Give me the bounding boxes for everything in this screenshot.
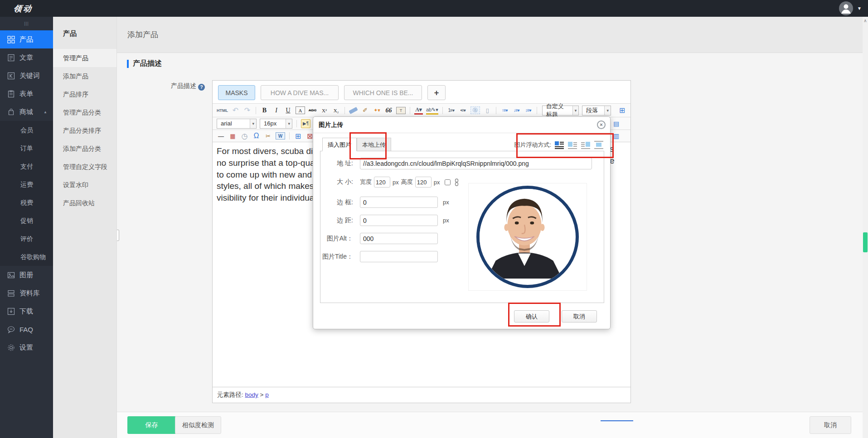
submenu-item[interactable]: 产品排序 — [53, 85, 116, 103]
float-left-icon[interactable] — [567, 140, 577, 149]
sidebar-item-faq[interactable]: FAQ — [0, 320, 53, 338]
format-brush-icon[interactable]: ✐ — [361, 106, 369, 115]
submenu-item[interactable]: 设置水印 — [53, 176, 116, 194]
anchor-icon[interactable]: ⓐ — [470, 106, 480, 114]
similarity-check-button[interactable]: 相似度检测 — [175, 416, 221, 434]
sidebar-item-forms[interactable]: 表单 — [0, 85, 53, 103]
margin-input[interactable] — [360, 215, 438, 226]
page-scrollbar[interactable]: ∧ — [863, 17, 868, 438]
picture-icon[interactable]: ▤ — [613, 120, 619, 127]
sidebar-item-articles[interactable]: 文章 — [0, 48, 53, 67]
help-icon[interactable]: ? — [198, 84, 205, 91]
source-code-icon[interactable]: HTML — [217, 106, 228, 115]
sidebar-subitem[interactable]: 运费 — [0, 175, 53, 193]
tab-local-upload[interactable]: 本地上传 — [357, 138, 391, 151]
paragraph-format-select[interactable]: 段落▾ — [582, 106, 611, 116]
blockquote-icon[interactable]: 66 — [384, 106, 393, 115]
sidebar-item-keywords[interactable]: 关键词 — [0, 67, 53, 85]
strikethrough-icon[interactable]: ABC — [308, 106, 317, 115]
float-default-icon[interactable] — [554, 140, 564, 149]
line-height-icon[interactable]: ↕≡▾ — [524, 106, 533, 115]
auto-typeset-icon[interactable]: ✦▾ — [373, 106, 381, 115]
sidebar-item-albums[interactable]: 图册 — [0, 266, 53, 284]
bold-icon[interactable]: B — [260, 106, 269, 115]
float-center-icon[interactable] — [594, 140, 604, 149]
submenu-item[interactable]: 管理自定义字段 — [53, 158, 116, 176]
sidebar-subitem[interactable]: 支付 — [0, 157, 53, 175]
dialog-cancel-button[interactable]: 取消 — [562, 310, 597, 322]
float-right-icon[interactable] — [581, 140, 591, 149]
path-node-p[interactable]: p — [265, 391, 269, 398]
footer-action-bar: 保存 相似度检测 取消 — [116, 412, 868, 438]
underline-icon[interactable]: U — [284, 106, 292, 115]
sidebar-item-settings[interactable]: 设置 — [0, 338, 53, 356]
address-input[interactable] — [360, 158, 592, 169]
sidebar-item-downloads[interactable]: 下载 — [0, 302, 53, 320]
font-size-select[interactable]: 16px▾ — [260, 119, 292, 129]
sidebar-item-products[interactable]: 产品 — [0, 30, 53, 48]
unordered-list-icon[interactable]: •≡▾ — [459, 106, 467, 115]
template-icon[interactable]: ▥ — [613, 132, 619, 140]
subscript-icon[interactable]: X₂ — [332, 106, 340, 115]
sidebar-subitem[interactable]: 谷歌购物 — [0, 248, 53, 266]
font-family-select[interactable]: arial▾ — [217, 119, 257, 129]
image-alt-input[interactable] — [360, 233, 438, 244]
editor-tab-masks[interactable]: MASKS — [218, 85, 255, 100]
fullscreen-grid-icon[interactable]: ⊞ — [618, 106, 626, 115]
submenu-item[interactable]: 添加产品 — [53, 67, 116, 85]
submenu-item[interactable]: 管理产品 — [53, 49, 116, 67]
sidebar-subitem[interactable]: 促销 — [0, 212, 53, 230]
scroll-up-icon[interactable]: ∧ — [863, 18, 868, 23]
save-button[interactable]: 保存 — [127, 416, 176, 434]
user-avatar[interactable] — [839, 1, 853, 15]
sidebar-subitem[interactable]: 税费 — [0, 193, 53, 212]
insert-time-icon[interactable]: ◷ — [240, 131, 249, 140]
insert-date-icon[interactable]: ▦ — [228, 131, 237, 140]
lock-ratio-checkbox[interactable] — [445, 179, 451, 185]
redo-icon[interactable]: ↷ — [243, 106, 252, 115]
height-input[interactable] — [415, 177, 432, 188]
font-border-icon[interactable]: A — [296, 106, 305, 114]
paragraph-spacing-bottom-icon[interactable]: ↓≡▾ — [512, 106, 521, 115]
paste-plain-icon[interactable]: T — [396, 107, 406, 114]
sidebar-subitem[interactable]: 会员 — [0, 121, 53, 139]
eraser-icon[interactable] — [349, 107, 358, 114]
sidebar-item-library[interactable]: 资料库 — [0, 284, 53, 302]
ordered-list-icon[interactable]: 1≡▾ — [447, 106, 456, 115]
border-input[interactable] — [360, 197, 438, 208]
crop-image-icon[interactable]: ✂ — [264, 131, 272, 140]
paragraph-spacing-top-icon[interactable]: ↑≡▾ — [500, 106, 509, 115]
editor-tab-which-one[interactable]: WHICH ONE IS BE... — [344, 85, 422, 100]
insert-table-icon[interactable]: ⊞ — [294, 131, 302, 140]
word-image-icon[interactable]: W — [276, 132, 285, 140]
heading-style-select[interactable]: 自定义标题▾ — [542, 106, 579, 116]
italic-icon[interactable]: I — [272, 106, 281, 115]
editor-tab-how-a-dive[interactable]: HOW A DIVE MAS... — [261, 85, 339, 100]
horizontal-rule-icon[interactable]: — — [217, 131, 225, 140]
user-menu-caret-icon[interactable]: ▼ — [857, 6, 862, 11]
path-node-body[interactable]: body — [245, 391, 258, 398]
add-tab-button[interactable]: + — [427, 85, 446, 100]
submenu-item[interactable]: 产品回收站 — [53, 194, 116, 212]
new-page-icon[interactable]: ▯ — [483, 106, 492, 115]
image-title-input[interactable] — [360, 251, 438, 262]
highlight-color-icon[interactable]: ab✎▾ — [426, 106, 438, 115]
confirm-button[interactable]: 确认 — [514, 310, 549, 322]
submenu-item[interactable]: 添加产品分类 — [53, 140, 116, 158]
sidebar-item-mall[interactable]: 商城 ▲ — [0, 103, 53, 121]
special-char-icon[interactable]: Ω — [252, 131, 261, 140]
sidebar-subitem[interactable]: 评价 — [0, 230, 53, 248]
submenu-item[interactable]: 管理产品分类 — [53, 103, 116, 121]
sidebar-collapse-icon[interactable]: ||| — [0, 17, 53, 30]
sidebar-subitem[interactable]: 订单 — [0, 139, 53, 157]
scrollbar-thumb[interactable] — [863, 232, 868, 252]
submenu-item[interactable]: 产品分类排序 — [53, 121, 116, 140]
ltr-paragraph-icon[interactable]: ▶¶ — [301, 119, 310, 128]
cancel-button[interactable]: 取消 — [810, 416, 851, 434]
superscript-icon[interactable]: X² — [320, 106, 329, 115]
close-icon[interactable]: × — [597, 120, 606, 129]
tab-insert-image[interactable]: 插入图片 — [322, 138, 357, 151]
undo-icon[interactable]: ↶ — [231, 106, 240, 115]
width-input[interactable] — [374, 177, 390, 188]
font-color-icon[interactable]: A▾ — [414, 106, 423, 115]
